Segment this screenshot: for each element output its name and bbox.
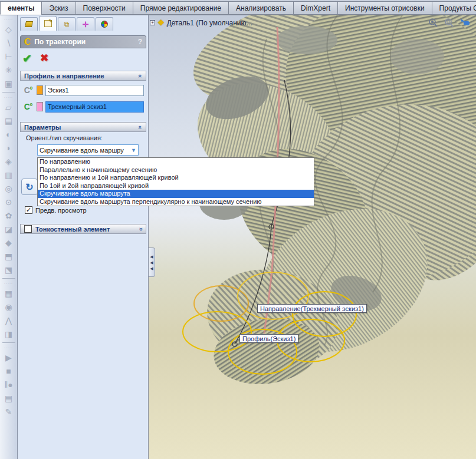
tab-configuration-manager[interactable]: ⧉: [58, 17, 75, 31]
tab-property-manager[interactable]: [39, 16, 57, 31]
panel-collapse-handle[interactable]: ◀ ◀ ◀: [149, 247, 155, 277]
design-binder-button-icon[interactable]: ▤: [2, 391, 16, 405]
tab-feature-manager[interactable]: [20, 17, 38, 31]
move-face-tool-icon[interactable]: ⬒: [2, 249, 16, 263]
point-tool-icon[interactable]: ✳: [2, 63, 16, 77]
view-toolbar: [428, 18, 471, 28]
feature-titlebar: C По траектории ?: [20, 35, 146, 48]
plane-tool-icon[interactable]: ◇: [2, 22, 16, 36]
tab-dimxpert-manager[interactable]: ✛: [77, 17, 94, 31]
profile-field-value: Эскиз1: [48, 87, 69, 94]
filter-solid-tool-icon[interactable]: ◎: [2, 181, 16, 195]
twist-type-dropdown-list: По направлениюПараллельно к начинающему …: [37, 157, 314, 206]
toolbar-separator: [2, 342, 15, 343]
chevron-down-icon: ▼: [131, 147, 136, 153]
stamp-tool-icon[interactable]: ▦: [2, 286, 16, 300]
section-parameters[interactable]: Параметры «: [20, 122, 146, 132]
profile-field[interactable]: Эскиз1: [45, 85, 144, 96]
stop-button-icon[interactable]: ■: [2, 364, 16, 378]
ribbon-tab[interactable]: ементы: [0, 1, 41, 15]
preview-body-tool-icon[interactable]: ◨: [2, 327, 16, 341]
surface-trim-tool-icon[interactable]: ◪: [2, 222, 16, 236]
pause-record-button-icon[interactable]: ‖●: [2, 378, 16, 391]
dropdown-option[interactable]: Параллельно к начинающему сечению: [38, 166, 314, 174]
dropdown-option[interactable]: По направлению и 1ой направляющей кривой: [38, 174, 314, 182]
axis-tool-icon[interactable]: ⊢: [2, 49, 16, 63]
reverse-direction-button[interactable]: ↻: [21, 179, 38, 195]
toolbar-grip[interactable]: ·····: [4, 95, 13, 99]
copy-bodies-tool-icon[interactable]: ⬔: [2, 263, 16, 276]
left-arrow-icon: ◀: [150, 255, 153, 259]
path-selector-icon: C0: [22, 102, 34, 111]
surface-offset-tool-icon[interactable]: ▤: [2, 114, 16, 127]
ribbon-tab[interactable]: Продукты Office: [432, 1, 476, 15]
help-button[interactable]: ?: [138, 38, 142, 46]
property-manager-icon: [44, 20, 52, 27]
section-thin-feature[interactable]: Тонкостенный элемент «: [20, 224, 146, 234]
ribbon-tab-bar: ементыЭскизПоверхностиПрямое редактирова…: [0, 0, 476, 15]
configuration-manager-icon: ⧉: [64, 20, 70, 28]
revolve-surface-tool-icon[interactable]: ◉: [2, 300, 16, 313]
path-field[interactable]: Трехмерный эскиз1: [45, 101, 144, 113]
left-arrow-icon: ◀: [150, 266, 153, 270]
direction-callout: Направление(Трехмерный эскиз1): [257, 304, 367, 313]
tab-display-manager[interactable]: [96, 17, 113, 31]
ribbon-tab[interactable]: Прямое редактирование: [133, 1, 228, 15]
twist-type-combobox[interactable]: Скручивание вдоль маршру ▼: [37, 144, 139, 156]
surface-wedge-tool-icon[interactable]: ◆: [2, 236, 16, 249]
extrude-tool-icon[interactable]: ▣: [2, 77, 16, 90]
expand-chevron-icon[interactable]: «: [137, 227, 144, 230]
feature-manager-icon: [25, 21, 33, 27]
document-name: Деталь1 (По умолчанию...: [167, 19, 252, 27]
line-tool-icon[interactable]: ∖: [2, 36, 16, 49]
ribbon-tab[interactable]: DimXpert: [293, 1, 337, 15]
surface-plane-tool-icon[interactable]: ▱: [2, 100, 16, 114]
ribbon-tab[interactable]: Поверхности: [75, 1, 133, 15]
collapse-chevron-icon[interactable]: «: [137, 125, 144, 128]
toolbar-grip[interactable]: ·····: [4, 18, 13, 21]
collapse-chevron-icon[interactable]: «: [137, 74, 144, 77]
surface-fill-tool-icon[interactable]: ▥: [2, 168, 16, 181]
dropdown-option[interactable]: По 1ой и 2ой направляющей кривой: [38, 182, 314, 190]
toolbar-grip[interactable]: ·····: [4, 346, 13, 349]
model-3d[interactable]: [149, 15, 476, 459]
preview-checkbox-row[interactable]: ✓ Предв. просмотр: [25, 206, 87, 214]
path-color-swatch: [37, 102, 43, 111]
section-profile-direction[interactable]: Профиль и направление «: [20, 71, 146, 81]
sweep-feature-icon: C: [24, 37, 31, 47]
zoom-area-icon[interactable]: [444, 18, 454, 28]
section-parameters-label: Параметры: [24, 124, 61, 131]
expand-tree-icon[interactable]: +: [150, 20, 155, 25]
property-manager-tabs: ⧉ ✛: [20, 17, 113, 31]
combobox-value: Скручивание вдоль маршру: [40, 147, 124, 154]
thin-feature-checkbox[interactable]: [24, 225, 32, 233]
ribbon-tab[interactable]: Инструменты отрисовки: [337, 1, 432, 15]
ribbon-tab[interactable]: Анализировать: [228, 1, 293, 15]
profile-callout: Профиль(Эскиз1): [239, 334, 298, 343]
dropdown-option[interactable]: По направлению: [38, 158, 314, 166]
left-arrow-icon: ◀: [150, 260, 153, 265]
graphics-viewport[interactable]: + ❖ Деталь1 (По умолчанию... Направление…: [149, 15, 476, 459]
play-button-icon[interactable]: ▶: [2, 351, 16, 364]
view-orientation-icon[interactable]: [460, 18, 471, 28]
edit-annotations-button-icon[interactable]: ✎: [2, 405, 16, 418]
dropdown-option[interactable]: Скручивание вдоль маршрута: [38, 190, 314, 198]
gear-tool-icon[interactable]: ✿: [2, 209, 16, 222]
ok-button[interactable]: ✔: [22, 52, 32, 65]
toolbar-separator: [2, 92, 15, 93]
document-breadcrumb[interactable]: + ❖ Деталь1 (По умолчанию...: [150, 18, 252, 27]
preview-checkbox[interactable]: ✓: [25, 206, 32, 214]
dropdown-option[interactable]: Скручивание вдоль маршрута перпендикуляр…: [38, 198, 314, 206]
profile-selector-icon: C0: [22, 85, 34, 95]
surface-loft-tool-icon[interactable]: ◈: [2, 154, 16, 168]
cancel-button[interactable]: ✖: [40, 52, 48, 65]
ribbon-tab[interactable]: Эскиз: [41, 1, 75, 15]
flatten-tool-icon[interactable]: ⋀: [2, 313, 16, 327]
toolbar-grip[interactable]: ·····: [4, 282, 13, 285]
filter-gear-tool-icon[interactable]: ⊙: [2, 195, 16, 209]
feature-title: По траектории: [34, 38, 86, 46]
surface-sweep-tool-icon[interactable]: ◗: [2, 141, 16, 154]
section-thin-label: Тонкостенный элемент: [35, 226, 110, 233]
surface-revolve-tool-icon[interactable]: ◐: [2, 127, 16, 141]
zoom-fit-icon[interactable]: [428, 18, 438, 28]
